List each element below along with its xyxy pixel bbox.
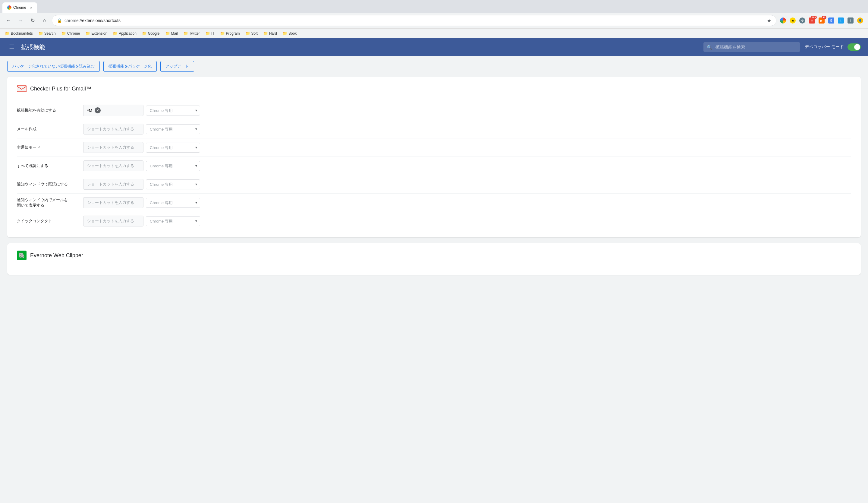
extensions-header: ☰ 拡張機能 🔍 デベロッパー モード xyxy=(0,38,868,56)
scope-container-1: Chrome 専用 ▾ xyxy=(146,124,200,134)
page-title: 拡張機能 xyxy=(21,43,699,51)
bookmark-label: Search xyxy=(44,31,56,35)
address-bar[interactable]: 🔒 chrome://extensions/shortcuts ★ xyxy=(52,15,776,26)
shortcut-input-2[interactable]: ショートカットを入力する xyxy=(83,142,143,153)
ext-icon-4[interactable]: ✉ 689 xyxy=(808,16,816,25)
checker-plus-icon xyxy=(17,84,27,93)
scope-dropdown-2[interactable]: Chrome 専用 xyxy=(146,143,200,153)
bookmark-item-mail[interactable]: 📁 Mail xyxy=(163,30,180,37)
back-button[interactable]: ← xyxy=(3,16,13,25)
shortcut-row-5: 通知ウィンドウ内でメールを 開いて表示する ショートカットを入力する Chrom… xyxy=(17,193,851,212)
url-protocol: chrome:// xyxy=(64,18,82,23)
bookmark-label: Extension xyxy=(91,31,107,35)
bookmark-star-icon[interactable]: ★ xyxy=(767,18,771,23)
shortcut-row-0: 拡張機能を有効にする ^M ✕ Chrome 専用 ▾ xyxy=(17,101,851,120)
folder-icon: 📁 xyxy=(220,31,225,35)
menu-hamburger-button[interactable]: ☰ xyxy=(7,42,16,52)
scope-dropdown-1[interactable]: Chrome 専用 xyxy=(146,124,200,134)
shortcut-input-container-6: ショートカットを入力する Chrome 専用 ▾ xyxy=(83,216,851,226)
ext-icon-2[interactable]: ★ xyxy=(788,16,797,25)
shortcut-placeholder-1: ショートカットを入力する xyxy=(87,126,134,132)
bookmark-item-program[interactable]: 📁 Program xyxy=(218,30,242,37)
bookmark-item-bookmarklets[interactable]: 📁 Bookmarklets xyxy=(2,30,35,37)
folder-icon: 📁 xyxy=(38,31,43,35)
bookmark-label: Book xyxy=(288,31,297,35)
update-button[interactable]: アップデート xyxy=(161,61,194,72)
bookmark-item-google[interactable]: 📁 Google xyxy=(140,30,162,37)
scope-dropdown-5[interactable]: Chrome 専用 xyxy=(146,198,200,208)
ext-card-header: Checker Plus for Gmail™ xyxy=(17,84,851,93)
pack-extension-button[interactable]: 拡張機能をパッケージ化 xyxy=(103,61,157,72)
forward-button[interactable]: → xyxy=(16,16,25,25)
shortcut-input-container-2: ショートカットを入力する Chrome 専用 ▾ xyxy=(83,142,851,153)
ext-icon-5[interactable]: ▶ 12 xyxy=(817,16,826,25)
bookmark-item-hard[interactable]: 📁 Hard xyxy=(261,30,279,37)
ext-icon-profile[interactable]: 👤 xyxy=(856,16,865,25)
notif-badge: 12 xyxy=(822,16,826,19)
scope-dropdown-0[interactable]: Chrome 専用 xyxy=(146,105,200,115)
browser-frame: Chrome ✕ ← → ↻ ⌂ 🔒 chrome://extensions/s… xyxy=(0,0,868,38)
shortcut-placeholder-5: ショートカットを入力する xyxy=(87,200,134,205)
shortcut-input-container-4: ショートカットを入力する Chrome 専用 ▾ xyxy=(83,179,851,190)
home-button[interactable]: ⌂ xyxy=(40,16,50,25)
ext-icon-1[interactable] xyxy=(779,16,787,25)
shortcut-input-6[interactable]: ショートカットを入力する xyxy=(83,216,143,226)
tab-label: Chrome xyxy=(13,6,26,10)
folder-icon: 📁 xyxy=(165,31,170,35)
active-tab[interactable]: Chrome ✕ xyxy=(2,2,37,13)
bookmark-item-chrome[interactable]: 📁 Chrome xyxy=(59,30,83,37)
shortcut-input-1[interactable]: ショートカットを入力する xyxy=(83,124,143,134)
shortcut-row-2: 非通知モード ショートカットを入力する Chrome 専用 ▾ xyxy=(17,138,851,156)
tab-bar: Chrome ✕ xyxy=(0,0,868,13)
shortcut-placeholder-4: ショートカットを入力する xyxy=(87,182,134,187)
svg-text:🐘: 🐘 xyxy=(18,252,25,259)
address-url: chrome://extensions/shortcuts xyxy=(64,18,765,23)
scope-container-0: Chrome 専用 ▾ xyxy=(146,105,200,115)
bookmark-item-soft[interactable]: 📁 Soft xyxy=(243,30,260,37)
evernote-icon: 🐘 xyxy=(17,250,27,260)
shortcut-input-5[interactable]: ショートカットを入力する xyxy=(83,197,143,208)
shortcut-label-4: 通知ウィンドウで既読にする xyxy=(17,182,83,187)
shortcut-input-3[interactable]: ショートカットを入力する xyxy=(83,161,143,171)
bookmark-item-application[interactable]: 📁 Application xyxy=(110,30,139,37)
bookmark-label: Hard xyxy=(269,31,277,35)
shortcut-label-2: 非通知モード xyxy=(17,145,83,150)
url-path: extensions xyxy=(82,18,102,23)
ext-icon-6[interactable]: G xyxy=(827,16,836,25)
ext-name: Checker Plus for Gmail™ xyxy=(30,86,91,92)
bookmark-label: Application xyxy=(119,31,136,35)
dev-mode-toggle[interactable] xyxy=(847,43,861,51)
folder-icon: 📁 xyxy=(205,31,210,35)
scope-dropdown-3[interactable]: Chrome 専用 xyxy=(146,161,200,171)
load-unpacked-button[interactable]: パッケージ化されていない拡張機能を読み込む xyxy=(7,61,100,72)
bookmark-label: IT xyxy=(211,31,215,35)
search-container: 🔍 xyxy=(703,42,800,52)
shortcut-label-0: 拡張機能を有効にする xyxy=(17,107,83,113)
scope-container-5: Chrome 専用 ▾ xyxy=(146,198,200,208)
shortcut-input-4[interactable]: ショートカットを入力する xyxy=(83,179,143,190)
search-input[interactable] xyxy=(703,42,800,52)
bookmark-item-book[interactable]: 📁 Book xyxy=(280,30,299,37)
evernote-card: 🐘 Evernote Web Clipper xyxy=(7,243,861,275)
ext-icon-7[interactable]: t xyxy=(837,16,845,25)
bookmark-item-extension[interactable]: 📁 Extension xyxy=(83,30,110,37)
bookmark-item-twitter[interactable]: 📁 Twitter xyxy=(181,30,202,37)
folder-icon: 📁 xyxy=(61,31,66,35)
scope-dropdown-4[interactable]: Chrome 専用 xyxy=(146,179,200,189)
reload-button[interactable]: ↻ xyxy=(28,16,37,25)
clear-shortcut-button-0[interactable]: ✕ xyxy=(95,107,101,113)
ext-icon-8[interactable]: i xyxy=(846,16,855,25)
bookmark-item-it[interactable]: 📁 IT xyxy=(203,30,217,37)
folder-icon: 📁 xyxy=(245,31,250,35)
search-icon: 🔍 xyxy=(706,44,712,50)
bookmark-item-search[interactable]: 📁 Search xyxy=(36,30,58,37)
shortcut-input-0[interactable]: ^M ✕ xyxy=(83,105,143,116)
tab-close-button[interactable]: ✕ xyxy=(30,6,32,9)
shortcut-row-1: メール作成 ショートカットを入力する Chrome 専用 ▾ xyxy=(17,120,851,138)
ext-icon-3[interactable]: ⚙ xyxy=(798,16,807,25)
scope-container-3: Chrome 専用 ▾ xyxy=(146,161,200,171)
scope-dropdown-6[interactable]: Chrome 専用 xyxy=(146,216,200,226)
shortcut-placeholder-3: ショートカットを入力する xyxy=(87,163,134,168)
folder-icon: 📁 xyxy=(263,31,268,35)
shortcut-row-3: すべて既読にする ショートカットを入力する Chrome 専用 ▾ xyxy=(17,156,851,175)
